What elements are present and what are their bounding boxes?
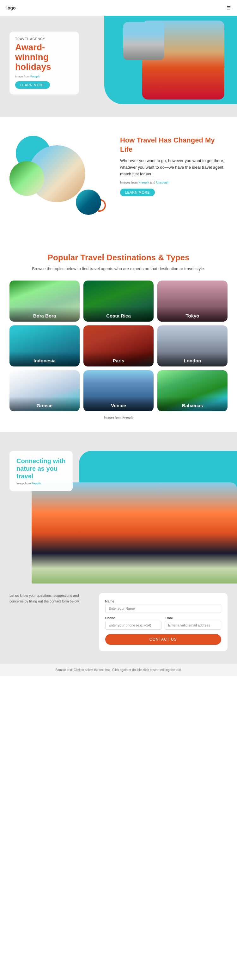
hero-source-link[interactable]: Freepik — [30, 75, 40, 78]
header: logo ≡ — [0, 0, 237, 16]
dest-label: Tokyo — [157, 307, 227, 321]
contact-left: Let us know your questions, suggestions … — [10, 593, 92, 604]
email-input[interactable] — [165, 621, 221, 630]
name-label: Name — [105, 599, 221, 603]
connecting-title: Connecting with nature as you travel — [16, 457, 66, 480]
connecting-nature-image — [32, 482, 237, 584]
name-input[interactable] — [105, 604, 221, 613]
how-travel-images — [10, 136, 111, 224]
hamburger-icon[interactable]: ≡ — [227, 4, 231, 12]
hero-image-rocks — [123, 22, 164, 60]
contact-section: Let us know your questions, suggestions … — [0, 584, 237, 664]
how-travel-learn-more-button[interactable]: LEARN MORE — [120, 189, 155, 196]
freepik-link[interactable]: Freepik — [138, 181, 149, 184]
dest-label: Paris — [83, 352, 154, 366]
destinations-source: Images from Freepik — [10, 416, 227, 419]
dest-card-venice[interactable]: Venice — [83, 370, 154, 411]
dest-card-bahamas[interactable]: Bahamas — [157, 370, 227, 411]
contact-form: Name Phone Email CONTACT US — [99, 593, 228, 651]
contact-us-button[interactable]: CONTACT US — [105, 634, 221, 645]
connecting-source-link[interactable]: Freepik — [32, 482, 41, 485]
circle-island-image — [76, 189, 101, 215]
dest-card-paris[interactable]: Paris — [83, 325, 154, 366]
circle-beach-image — [10, 161, 44, 196]
hero-content-box: TRAVEL AGENCY Award-winning holidays Ima… — [10, 32, 79, 94]
contact-row: Let us know your questions, suggestions … — [10, 593, 227, 651]
dest-card-costa-rica[interactable]: Costa Rica — [83, 280, 154, 321]
hero-title: Award-winning holidays — [15, 43, 73, 72]
how-travel-description: Wherever you want to go, however you wan… — [120, 158, 227, 177]
rocks-visual — [123, 22, 164, 60]
dest-card-tokyo[interactable]: Tokyo — [157, 280, 227, 321]
unsplash-link[interactable]: Unsplash — [156, 181, 169, 184]
dest-label: Indonesia — [10, 352, 80, 366]
destinations-grid: Bora BoraCosta RicaTokyoIndonesiaParisLo… — [10, 280, 227, 411]
dest-label: Greece — [10, 396, 80, 411]
phone-email-row: Phone Email — [105, 616, 221, 633]
connecting-source: Image from Freepik — [16, 482, 66, 485]
phone-field-wrapper: Phone — [105, 616, 162, 633]
destinations-subtitle: Browse the topics below to find travel a… — [10, 266, 227, 271]
hero-source: Image from Freepik — [15, 75, 73, 78]
phone-label: Phone — [105, 616, 162, 620]
how-travel-title: How Travel Has Changed My Life — [120, 136, 227, 154]
dest-card-greece[interactable]: Greece — [10, 370, 80, 411]
dest-label: London — [157, 352, 227, 366]
dest-label: Venice — [83, 396, 154, 411]
logo: logo — [6, 5, 16, 10]
hero-tag: TRAVEL AGENCY — [15, 37, 73, 41]
destinations-section: Popular Travel Destinations & Types Brow… — [0, 237, 237, 432]
contact-description: Let us know your questions, suggestions … — [10, 593, 92, 604]
dest-card-indonesia[interactable]: Indonesia — [10, 325, 80, 366]
dest-card-london[interactable]: London — [157, 325, 227, 366]
how-travel-source: Images from Freepik and Unsplash — [120, 181, 227, 184]
email-label: Email — [165, 616, 221, 620]
dest-label: Bora Bora — [10, 307, 80, 321]
footer-note: Sample text. Click to select the text bo… — [0, 664, 237, 676]
how-travel-text: How Travel Has Changed My Life Wherever … — [120, 136, 227, 196]
phone-input[interactable] — [105, 621, 162, 630]
destinations-title: Popular Travel Destinations & Types — [10, 253, 227, 262]
dest-label: Bahamas — [157, 396, 227, 411]
dest-card-bora-bora[interactable]: Bora Bora — [10, 280, 80, 321]
email-field-wrapper: Email — [165, 616, 221, 633]
connecting-section: Connecting with nature as you travel Ima… — [0, 432, 237, 584]
hero-learn-more-button[interactable]: LEARN MORE — [15, 81, 50, 89]
dest-label: Costa Rica — [83, 307, 154, 321]
connecting-content-box: Connecting with nature as you travel Ima… — [10, 451, 73, 491]
how-travel-section: How Travel Has Changed My Life Wherever … — [0, 117, 237, 237]
hero-section: TRAVEL AGENCY Award-winning holidays Ima… — [0, 16, 237, 117]
